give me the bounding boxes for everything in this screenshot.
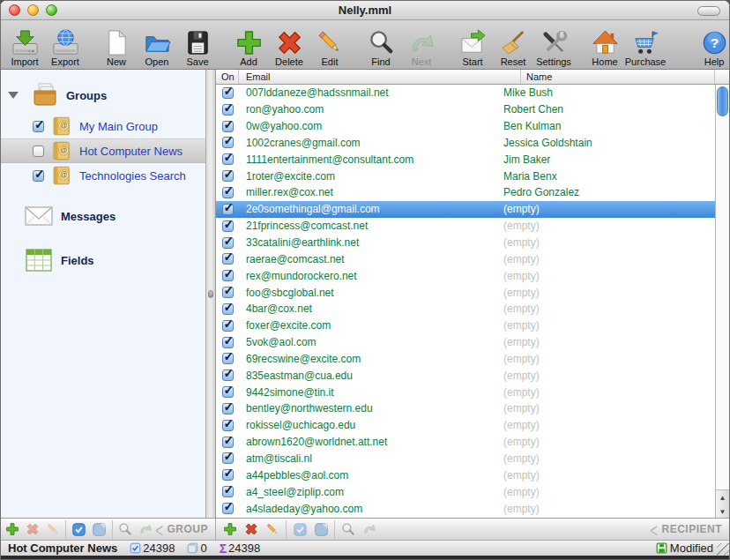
row-checkbox[interactable] <box>222 469 234 481</box>
row-checkbox[interactable] <box>222 370 234 381</box>
title-bar[interactable]: Nelly.mml <box>1 1 729 20</box>
row-on-cell[interactable] <box>216 287 239 298</box>
group-check-all-button[interactable] <box>69 520 89 539</box>
row-checkbox[interactable] <box>222 237 234 249</box>
table-row[interactable]: foo@sbcglobal.net (empty) <box>216 284 715 301</box>
row-checkbox[interactable] <box>222 403 234 414</box>
table-row[interactable]: rex@mundorockero.net (empty) <box>216 267 715 284</box>
row-on-cell[interactable] <box>216 137 239 148</box>
row-checkbox[interactable] <box>222 386 234 398</box>
recipient-uncheck-all-button[interactable] <box>310 520 331 539</box>
resize-grip[interactable] <box>717 543 729 556</box>
start-button[interactable]: Start <box>454 27 491 67</box>
table-row[interactable]: 21fprincess@comcast.net (empty) <box>216 218 715 235</box>
sidebar-item-hot-computer-news[interactable]: @ Hot Computer News <box>1 138 205 163</box>
row-checkbox[interactable] <box>222 486 234 497</box>
column-header-on[interactable]: On <box>216 70 239 84</box>
find-button[interactable]: Find <box>362 27 399 67</box>
table-row[interactable]: atm@tiscali.nl (empty) <box>216 451 715 467</box>
table-row[interactable]: 9442simone@tin.it (empty) <box>216 384 715 400</box>
row-on-cell[interactable] <box>216 303 239 315</box>
table-row[interactable]: a4_steel@ziplip.com (empty) <box>216 483 715 500</box>
recipient-find-button[interactable] <box>338 520 359 539</box>
table-row[interactable]: 007lddaneze@hadssnmail.net Mike Bush <box>216 85 715 101</box>
row-on-cell[interactable] <box>216 337 239 348</box>
row-on-cell[interactable] <box>216 121 239 132</box>
group-edit-button[interactable] <box>43 520 63 539</box>
disclosure-triangle-icon[interactable] <box>8 92 19 99</box>
row-on-cell[interactable] <box>216 187 239 198</box>
sidebar-item-fields[interactable]: Fields <box>17 244 205 276</box>
row-on-cell[interactable] <box>216 320 239 332</box>
sidebar-groups-header[interactable]: Groups <box>6 80 205 110</box>
sidebar-item-my-main-group[interactable]: @ My Main Group <box>1 114 205 138</box>
add-button[interactable]: Add <box>230 27 267 67</box>
row-on-cell[interactable] <box>216 204 239 215</box>
table-row[interactable]: foxer@excite.com (empty) <box>216 317 715 334</box>
group-add-button[interactable] <box>3 520 23 539</box>
table-row[interactable]: abrown1620@worldnet.att.net (empty) <box>216 434 715 451</box>
row-on-cell[interactable] <box>216 153 239 165</box>
sidebar-item-technologies-search[interactable]: @ Technologies Search <box>1 163 205 188</box>
scroll-down-arrow[interactable]: ▼ <box>716 504 729 519</box>
table-row[interactable]: 835eastman@cua.edu (empty) <box>216 367 715 384</box>
open-button[interactable]: Open <box>138 27 175 67</box>
row-checkbox[interactable] <box>222 220 234 232</box>
group-redo-button[interactable] <box>136 520 156 539</box>
row-on-cell[interactable] <box>216 486 239 497</box>
scroll-up-arrow[interactable]: ▲ <box>716 490 729 504</box>
table-row[interactable]: 4bar@cox.net (empty) <box>216 301 715 317</box>
group-checkbox[interactable] <box>33 121 44 132</box>
settings-button[interactable]: Settings <box>535 27 572 67</box>
table-row[interactable]: rokissel@uchicago.edu (empty) <box>216 417 715 434</box>
recipient-redo-button[interactable] <box>359 520 380 539</box>
row-checkbox[interactable] <box>222 337 234 348</box>
group-uncheck-all-button[interactable] <box>89 520 109 539</box>
group-checkbox[interactable] <box>33 170 44 182</box>
row-checkbox[interactable] <box>222 353 234 364</box>
row-checkbox[interactable] <box>222 503 234 514</box>
scrollbar-thumb[interactable] <box>717 86 728 116</box>
row-checkbox[interactable] <box>222 437 234 448</box>
group-checkbox[interactable] <box>33 146 44 157</box>
row-checkbox[interactable] <box>222 253 234 265</box>
row-checkbox[interactable] <box>222 287 234 298</box>
table-row[interactable]: 5vok@aol.com (empty) <box>216 334 715 351</box>
row-on-cell[interactable] <box>216 403 239 414</box>
row-checkbox[interactable] <box>222 204 234 215</box>
export-button[interactable]: Export <box>47 27 84 67</box>
row-checkbox[interactable] <box>222 303 234 315</box>
column-header-email[interactable]: Email <box>239 70 521 84</box>
help-button[interactable]: ? Help <box>696 27 730 67</box>
row-checkbox[interactable] <box>222 320 234 332</box>
table-row[interactable]: 0w@yahoo.com Ben Kulman <box>216 118 715 135</box>
recipient-add-button[interactable] <box>220 520 241 539</box>
row-on-cell[interactable] <box>216 270 239 281</box>
row-checkbox[interactable] <box>222 452 234 464</box>
row-on-cell[interactable] <box>216 437 239 448</box>
delete-button[interactable]: Delete <box>271 27 308 67</box>
row-on-cell[interactable] <box>216 253 239 265</box>
row-checkbox[interactable] <box>222 420 234 431</box>
row-on-cell[interactable] <box>216 370 239 381</box>
table-row[interactable]: 69recswine@excite.com (empty) <box>216 351 715 368</box>
recipient-edit-button[interactable] <box>262 520 283 539</box>
group-find-button[interactable] <box>115 520 136 539</box>
row-checkbox[interactable] <box>222 121 234 132</box>
save-button[interactable]: Save <box>179 27 216 67</box>
row-checkbox[interactable] <box>222 104 234 116</box>
table-row[interactable]: a4sladeday@yahoo.com (empty) <box>216 500 715 517</box>
row-on-cell[interactable] <box>216 420 239 431</box>
row-checkbox[interactable] <box>222 87 234 99</box>
table-row[interactable]: raerae@comcast.net (empty) <box>216 250 715 267</box>
vertical-scrollbar[interactable]: ▲ ▼ <box>715 85 729 518</box>
splitter-handle-icon[interactable] <box>208 290 213 298</box>
row-checkbox[interactable] <box>222 137 234 148</box>
table-row[interactable]: miller.rex@cox.net Pedro Gonzalez <box>216 184 715 201</box>
table-row[interactable]: 1002cranes@gmail.com Jessica Goldshtain <box>216 135 715 152</box>
reset-button[interactable]: Reset <box>495 27 532 67</box>
table-row[interactable]: 1111entertainment@consultant.com Jim Bak… <box>216 151 715 168</box>
table-row[interactable]: bentley@northwestern.edu (empty) <box>216 400 715 417</box>
edit-button[interactable]: Edit <box>311 27 348 67</box>
table-row[interactable]: a44pebbles@aol.com (empty) <box>216 467 715 483</box>
